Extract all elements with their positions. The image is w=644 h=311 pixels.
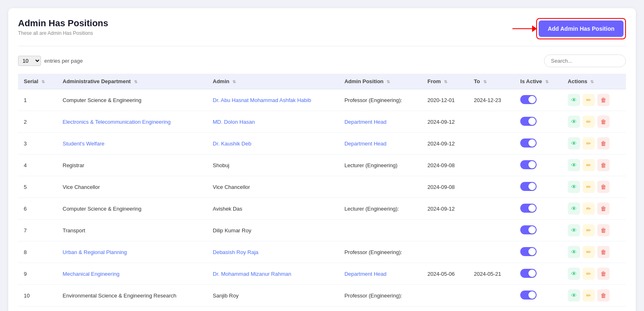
page-title: Admin Has Positions xyxy=(18,18,108,29)
edit-button[interactable]: ✏ xyxy=(583,137,595,150)
cell-is-active[interactable] xyxy=(514,89,562,111)
cell-is-active[interactable] xyxy=(514,220,562,241)
view-button[interactable]: 👁 xyxy=(568,159,580,171)
cell-serial: 6 xyxy=(18,198,57,220)
cell-actions: 👁 ✏ 🗑 xyxy=(562,198,626,220)
toggle-active[interactable] xyxy=(520,225,537,234)
edit-button[interactable]: ✏ xyxy=(583,246,595,258)
cell-actions: 👁 ✏ 🗑 xyxy=(562,133,626,154)
cell-position: Professor (Engineering): xyxy=(339,241,422,263)
view-button[interactable]: 👁 xyxy=(568,224,580,236)
cell-position: Department Head xyxy=(339,133,422,154)
cell-is-active[interactable] xyxy=(514,154,562,176)
table-row: 4 Registrar Shobuj Lecturer (Engineering… xyxy=(18,154,626,176)
cell-serial: 1 xyxy=(18,89,57,111)
sort-icon-position: ⇅ xyxy=(387,79,390,84)
delete-button[interactable]: 🗑 xyxy=(597,137,610,150)
view-button[interactable]: 👁 xyxy=(568,94,580,106)
cell-dept: Mechanical Engineering xyxy=(57,263,207,285)
delete-button[interactable]: 🗑 xyxy=(597,181,610,193)
page-title-block: Admin Has Positions These all are Admin … xyxy=(18,18,108,36)
toggle-active[interactable] xyxy=(520,247,537,256)
add-admin-position-button[interactable]: Add Admin Has Position xyxy=(539,20,624,37)
toggle-active[interactable] xyxy=(520,269,537,278)
cell-dept: Computer Science & Engineering xyxy=(57,198,207,220)
controls-row: 10 25 50 100 entries per page xyxy=(18,54,626,67)
actions-cell: 👁 ✏ 🗑 xyxy=(568,94,620,106)
edit-button[interactable]: ✏ xyxy=(583,224,595,236)
cell-actions: 👁 ✏ 🗑 xyxy=(562,285,626,306)
cell-is-active[interactable] xyxy=(514,263,562,285)
view-button[interactable]: 👁 xyxy=(568,268,580,280)
edit-button[interactable]: ✏ xyxy=(583,159,595,171)
cell-position xyxy=(339,176,422,198)
cell-serial: 9 xyxy=(18,263,57,285)
add-btn-border: Add Admin Has Position xyxy=(536,18,626,39)
col-admin: Admin ⇅ xyxy=(207,74,339,89)
toggle-active[interactable] xyxy=(520,160,537,169)
delete-button[interactable]: 🗑 xyxy=(597,202,610,215)
cell-admin: Shobuj xyxy=(207,154,339,176)
view-button[interactable]: 👁 xyxy=(568,137,580,150)
sort-icon-is-active: ⇅ xyxy=(545,79,548,84)
main-table: Serial ⇅ Administrative Department ⇅ Adm… xyxy=(18,74,626,306)
cell-is-active[interactable] xyxy=(514,111,562,133)
view-button[interactable]: 👁 xyxy=(568,181,580,193)
edit-button[interactable]: ✏ xyxy=(583,94,595,106)
cell-from: 2024-09-08 xyxy=(422,176,468,198)
edit-button[interactable]: ✏ xyxy=(583,268,595,280)
delete-button[interactable]: 🗑 xyxy=(597,268,610,280)
cell-is-active[interactable] xyxy=(514,176,562,198)
delete-button[interactable]: 🗑 xyxy=(597,224,610,236)
col-position: Admin Position ⇅ xyxy=(339,74,422,89)
delete-button[interactable]: 🗑 xyxy=(597,116,610,128)
cell-is-active[interactable] xyxy=(514,241,562,263)
toggle-active[interactable] xyxy=(520,291,537,300)
cell-admin: Avishek Das xyxy=(207,198,339,220)
cell-from xyxy=(422,220,468,241)
cell-admin: Dilip Kumar Roy xyxy=(207,220,339,241)
delete-button[interactable]: 🗑 xyxy=(597,159,610,171)
toggle-active[interactable] xyxy=(520,117,537,126)
view-button[interactable]: 👁 xyxy=(568,116,580,128)
cell-to xyxy=(468,220,514,241)
table-header-row: Serial ⇅ Administrative Department ⇅ Adm… xyxy=(18,74,626,89)
cell-actions: 👁 ✏ 🗑 xyxy=(562,154,626,176)
edit-button[interactable]: ✏ xyxy=(583,289,595,302)
cell-from: 2024-09-08 xyxy=(422,154,468,176)
entries-per-page-select[interactable]: 10 25 50 100 xyxy=(18,56,41,66)
cell-is-active[interactable] xyxy=(514,285,562,306)
delete-button[interactable]: 🗑 xyxy=(597,94,610,106)
edit-button[interactable]: ✏ xyxy=(583,116,595,128)
cell-actions: 👁 ✏ 🗑 xyxy=(562,111,626,133)
entries-label: entries per page xyxy=(44,58,83,64)
cell-is-active[interactable] xyxy=(514,198,562,220)
actions-cell: 👁 ✏ 🗑 xyxy=(568,116,620,128)
table-row: 8 Urban & Regional Planning Debasish Roy… xyxy=(18,241,626,263)
actions-cell: 👁 ✏ 🗑 xyxy=(568,159,620,171)
delete-button[interactable]: 🗑 xyxy=(597,289,610,302)
cell-from: 2020-12-01 xyxy=(422,89,468,111)
view-button[interactable]: 👁 xyxy=(568,246,580,258)
delete-button[interactable]: 🗑 xyxy=(597,246,610,258)
cell-is-active[interactable] xyxy=(514,133,562,154)
edit-button[interactable]: ✏ xyxy=(583,202,595,215)
toggle-active[interactable] xyxy=(520,204,537,213)
table-body: 1 Computer Science & Engineering Dr. Abu… xyxy=(18,89,626,306)
cell-admin: Sanjib Roy xyxy=(207,285,339,306)
actions-cell: 👁 ✏ 🗑 xyxy=(568,289,620,302)
cell-position: Lecturer (Engineering): xyxy=(339,198,422,220)
view-button[interactable]: 👁 xyxy=(568,289,580,302)
sort-icon-to: ⇅ xyxy=(483,79,487,84)
toggle-active[interactable] xyxy=(520,182,537,191)
cell-to: 2024-05-21 xyxy=(468,263,514,285)
cell-admin: Vice Chancellor xyxy=(207,176,339,198)
toggle-active[interactable] xyxy=(520,95,537,104)
sort-icon-serial: ⇅ xyxy=(41,79,45,84)
view-button[interactable]: 👁 xyxy=(568,202,580,215)
edit-button[interactable]: ✏ xyxy=(583,181,595,193)
toggle-active[interactable] xyxy=(520,138,537,148)
actions-cell: 👁 ✏ 🗑 xyxy=(568,246,620,258)
page-subtitle: These all are Admin Has Positions xyxy=(18,30,108,36)
search-input[interactable] xyxy=(544,54,626,67)
